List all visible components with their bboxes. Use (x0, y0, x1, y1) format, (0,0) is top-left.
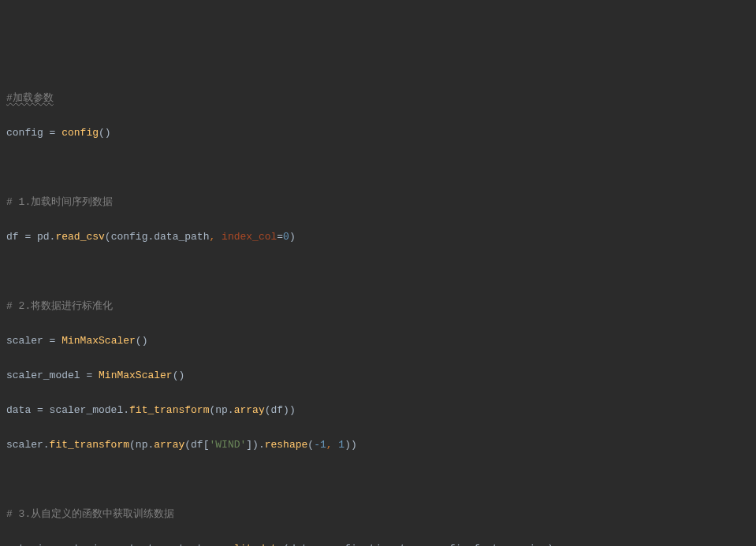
code: (np. (129, 439, 154, 451)
code: scaler. (6, 439, 50, 451)
code: config (61, 127, 99, 139)
comma: , (326, 439, 339, 451)
code: y_train (61, 543, 105, 546)
code: config.timestep (326, 543, 419, 546)
string: 'WIND' (209, 439, 246, 451)
code: )) (344, 439, 357, 451)
code: data = scaler_model. (6, 404, 129, 416)
code: df = pd. (6, 231, 55, 243)
comment: # 3.从自定义的函数中获取训练数据 (6, 508, 174, 520)
code: array (234, 404, 265, 416)
comma: , (419, 543, 431, 546)
code: (data (283, 543, 314, 546)
code: scaler_model = (6, 370, 99, 381)
kwarg: index_col (222, 231, 277, 243)
code: x_test (117, 543, 154, 546)
comma: , (105, 543, 117, 546)
code: split_data (222, 543, 283, 546)
code: y_test = (166, 543, 222, 546)
code: config.feature_size) (430, 543, 553, 546)
code: = (277, 231, 283, 243)
code: fit_transform (50, 439, 129, 451)
code: MinMaxScaler (99, 370, 173, 381)
code: () (136, 335, 148, 347)
code: reshape (265, 439, 308, 451)
code: ( (307, 439, 314, 451)
code: MinMaxScaler (61, 335, 136, 347)
code-block: #加载参数 config = config() # 1.加载时间序列数据 df … (6, 72, 750, 546)
code: (df[ (184, 439, 209, 451)
comma: , (154, 543, 166, 546)
code: array (154, 439, 184, 451)
code: () (173, 370, 185, 381)
code: () (99, 127, 111, 139)
comma: , (314, 543, 326, 546)
code: fit_transform (129, 404, 209, 416)
number: 0 (283, 231, 289, 243)
code: ) (289, 231, 296, 243)
comment: #加载参数 (6, 92, 54, 104)
code: (np. (209, 404, 233, 416)
code: config = (6, 127, 61, 139)
code: ]). (246, 439, 264, 451)
code: read_csv (55, 231, 104, 243)
number: -1 (314, 439, 326, 451)
code: x_train (6, 543, 50, 546)
comma: , (209, 231, 222, 243)
comment: # 1.加载时间序列数据 (6, 196, 113, 208)
comment: # 2.将数据进行标准化 (6, 300, 113, 312)
comma: , (50, 543, 62, 546)
code: (df)) (265, 404, 296, 416)
code: (config.data_path (105, 231, 210, 243)
code: scaler = (6, 335, 61, 347)
number: 1 (338, 439, 344, 451)
